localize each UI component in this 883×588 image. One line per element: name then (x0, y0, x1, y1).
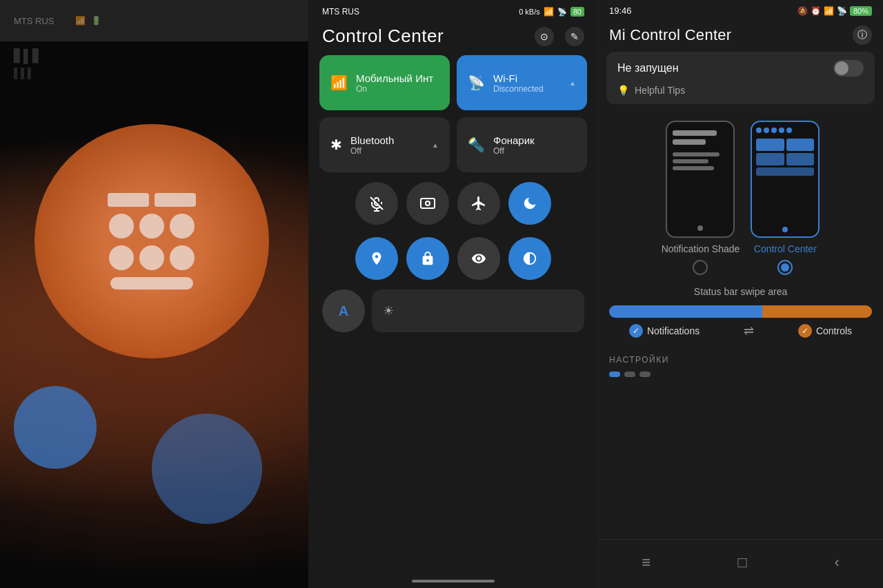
eye-button[interactable] (457, 237, 500, 280)
cc-status-bar: MTS RUS 0 kB/s 📶 📡 80 (308, 0, 598, 20)
keyboard-icon (108, 193, 196, 290)
flashlight-name: Фонарик (493, 134, 535, 146)
mi-nav-back[interactable]: ‹ (823, 548, 850, 577)
flashlight-icon: 🔦 (468, 136, 485, 153)
a-button[interactable]: A (322, 290, 365, 332)
bluetooth-name: Bluetooth (350, 134, 394, 146)
mi-info-button[interactable]: ⓘ (853, 26, 872, 45)
notifications-legend: ✓ Notifications (629, 324, 700, 338)
bg-circle-blue-2 (152, 414, 262, 524)
mi-nav-home[interactable]: □ (727, 548, 758, 577)
bg-circle-orange (34, 124, 269, 358)
notification-shade-card: Notification Shade (662, 121, 740, 275)
controls-check-icon: ✓ (798, 324, 812, 338)
eye-icon (471, 251, 486, 266)
cc-tile-row-1: 📶 Мобильный Инт On 📡 Wi-Fi Disconnected … (319, 55, 587, 110)
location-button[interactable] (355, 237, 398, 280)
airplane-button[interactable] (457, 182, 500, 225)
flashlight-status: Off (493, 146, 535, 156)
wifi-icon: 📡 (468, 74, 485, 91)
cc-header-icons: ⊙ ✎ (535, 27, 584, 46)
mi-service-row: Не запущен 💡 Helpful Tips (606, 52, 875, 104)
mi-time: 19:46 (609, 6, 632, 16)
mi-nav-menu[interactable]: ≡ (631, 548, 662, 577)
brightness-icon-btn[interactable]: ⊙ (535, 27, 554, 46)
cc-title: Control Center (322, 26, 444, 47)
cc-wifi-icon: 📡 (557, 8, 567, 17)
cc-status-right: 0 kB/s 📶 📡 80 (519, 7, 584, 17)
notification-shade-radio[interactable] (693, 260, 708, 275)
notifications-label: Notifications (647, 325, 700, 336)
airplane-icon (470, 195, 487, 212)
mi-bottom-nav: ≡ □ ‹ (598, 539, 883, 588)
settings-dot-1 (609, 372, 620, 377)
mobile-data-tile[interactable]: 📶 Мобильный Инт On (319, 55, 450, 110)
bg-circle-blue-1 (14, 386, 97, 469)
wifi-name: Wi-Fi (493, 72, 544, 84)
mi-preview-section: Notification Shade (598, 110, 883, 281)
mi-wifi-icon: 📡 (837, 6, 847, 16)
mute-button[interactable] (355, 182, 398, 225)
cc-carrier: MTS RUS (322, 7, 359, 17)
contrast-button[interactable] (508, 237, 551, 280)
brightness-icon: ☀ (383, 303, 394, 318)
tips-icon: 💡 (617, 85, 629, 96)
screen-cast-icon (419, 195, 436, 212)
cc-tile-row-2: ✱ Bluetooth Off ▲ 🔦 Фонарик Off (319, 117, 587, 172)
mi-service-toggle[interactable] (833, 60, 864, 77)
mi-status-bar: 19:46 🔕 ⏰ 📶 📡 80% (598, 0, 883, 21)
mi-signal-icon: 📶 (824, 6, 834, 16)
control-center-radio[interactable] (777, 260, 793, 275)
cc-brightness-row: A ☀ (319, 290, 587, 332)
cc-speed: 0 kB/s (519, 8, 540, 16)
bg-status-icons: 📶 🔋 (75, 16, 101, 26)
wifi-tile[interactable]: 📡 Wi-Fi Disconnected ▲ (457, 55, 587, 110)
svg-rect-3 (421, 199, 435, 208)
home-indicator (412, 580, 495, 582)
moon-icon (522, 196, 537, 211)
cc-battery-icon: 80 (571, 7, 584, 17)
mi-swipe-bar (609, 305, 872, 318)
mi-mute-icon: 🔕 (797, 6, 808, 16)
mi-settings-items (609, 372, 872, 377)
wifi-status: Disconnected (493, 84, 544, 94)
wifi-arrow: ▲ (569, 79, 576, 87)
mi-alarm-icon: ⏰ (811, 6, 821, 16)
edit-icon-btn[interactable]: ✎ (565, 27, 584, 46)
settings-dot-3 (639, 372, 651, 377)
mobile-data-name: Мобильный Инт (356, 72, 433, 84)
tips-label: Helpful Tips (635, 85, 685, 96)
bluetooth-arrow: ▲ (432, 141, 439, 149)
bg-carrier: MTS RUS (14, 16, 54, 26)
control-center-panel: MTS RUS 0 kB/s 📶 📡 80 Control Center ⊙ ✎… (308, 0, 598, 588)
lock-rotation-button[interactable] (406, 237, 449, 280)
control-center-preview[interactable] (751, 121, 820, 238)
background-phone: MTS RUS 📶 🔋 (0, 0, 310, 588)
cc-signal-icon: 📶 (544, 7, 554, 17)
lock-rotation-icon (420, 251, 435, 266)
flashlight-tile[interactable]: 🔦 Фонарик Off (457, 117, 587, 172)
screen-cast-button[interactable] (406, 182, 449, 225)
mi-swipe-blue (609, 305, 762, 318)
mute-icon (368, 195, 385, 212)
contrast-icon (522, 251, 537, 266)
mi-settings-section: НАСТРОЙКИ (598, 347, 883, 383)
bluetooth-status: Off (350, 146, 394, 156)
cc-circles-row-1 (319, 179, 587, 227)
mi-helpful-tips[interactable]: 💡 Helpful Tips (617, 82, 864, 96)
location-icon (369, 251, 384, 266)
notification-shade-preview[interactable] (666, 121, 735, 238)
bg-top-bar: MTS RUS 📶 🔋 (0, 0, 310, 41)
moon-button[interactable] (508, 182, 551, 225)
swap-icon[interactable]: ⇌ (744, 323, 754, 338)
mi-settings-label: НАСТРОЙКИ (609, 355, 872, 365)
mi-swipe-orange (762, 305, 872, 318)
cc-circles-row-2 (319, 234, 587, 283)
bluetooth-tile[interactable]: ✱ Bluetooth Off ▲ (319, 117, 450, 172)
mi-legend: ✓ Notifications ⇌ ✓ Controls (609, 323, 872, 338)
brightness-slider[interactable]: ☀ (372, 290, 584, 332)
mi-status-right: 🔕 ⏰ 📶 📡 80% (797, 6, 872, 16)
mobile-data-status: On (356, 84, 433, 94)
cc-header: Control Center ⊙ ✎ (308, 20, 598, 55)
bg-text: ▋▌▋ ▌▌▌ (14, 48, 42, 79)
